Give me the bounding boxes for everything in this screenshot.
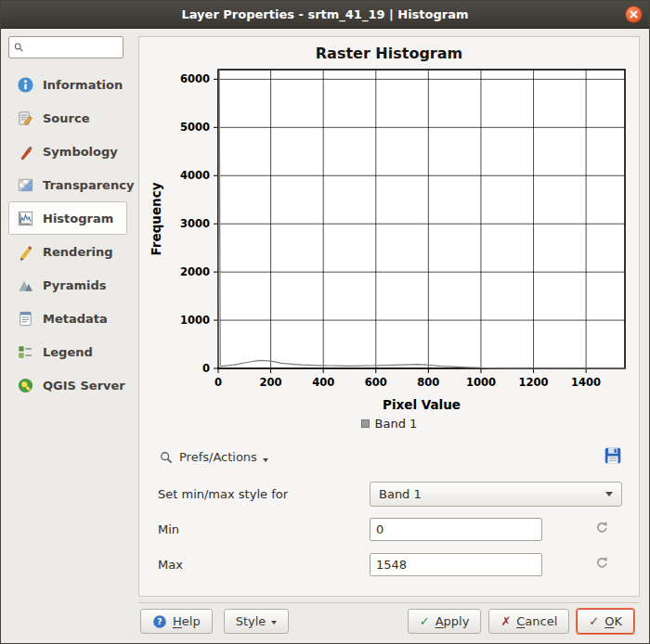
apply-button[interactable]: ✓ Apply	[408, 609, 482, 634]
min-input[interactable]	[370, 518, 542, 541]
legend-icon	[15, 342, 35, 361]
sidebar-item-transparency[interactable]: Transparency	[8, 168, 127, 201]
main-panel: Raster Histogram 02004006008001000120014…	[131, 29, 649, 643]
max-label: Max	[158, 558, 370, 572]
magnifier-icon	[159, 450, 174, 465]
svg-text:0: 0	[202, 362, 210, 375]
svg-text:4000: 4000	[180, 169, 210, 182]
svg-text:Pixel Value: Pixel Value	[383, 397, 461, 412]
style-button[interactable]: Style	[224, 609, 290, 634]
band-select[interactable]: Band 1	[370, 482, 622, 507]
svg-text:400: 400	[312, 376, 334, 389]
pyramids-icon	[15, 276, 35, 294]
svg-text:1000: 1000	[466, 376, 496, 389]
sidebar-item-metadata[interactable]: Metadata	[8, 302, 127, 335]
sidebar-item-histogram[interactable]: Histogram	[8, 201, 127, 235]
chart-title: Raster Histogram	[143, 45, 635, 62]
prefs-actions-button[interactable]: Prefs/Actions	[150, 446, 277, 469]
chart-legend: Band 1	[143, 417, 635, 431]
sidebar-nav: Information Source Symbology	[8, 68, 127, 402]
sidebar-item-qgis-server[interactable]: QGIS Server	[8, 368, 127, 402]
set-minmax-label: Set min/max style for	[158, 487, 370, 501]
help-icon: ?	[152, 614, 167, 629]
svg-text:200: 200	[260, 376, 282, 389]
search-input[interactable]	[24, 40, 119, 55]
min-label: Min	[158, 522, 370, 536]
close-button[interactable]	[625, 6, 643, 23]
window-title: Layer Properties - srtm_41_19 | Histogra…	[181, 7, 468, 21]
sidebar-item-symbology[interactable]: Symbology	[8, 135, 127, 168]
close-icon	[629, 9, 639, 19]
svg-text:0: 0	[214, 376, 222, 389]
svg-text:3000: 3000	[180, 217, 210, 230]
save-histogram-button[interactable]	[600, 443, 626, 471]
svg-text:600: 600	[365, 376, 387, 389]
layer-properties-dialog: Layer Properties - srtm_41_19 | Histogra…	[0, 0, 650, 644]
sidebar-item-legend[interactable]: Legend	[8, 335, 127, 368]
svg-text:1400: 1400	[571, 376, 601, 389]
dialog-button-box: ? Help Style ✓ Apply ✗ Cancel	[138, 602, 640, 643]
search-box	[8, 36, 124, 58]
refresh-min-button[interactable]	[592, 517, 613, 541]
refresh-icon	[594, 520, 610, 535]
chevron-down-icon	[271, 621, 277, 625]
sidebar-item-pyramids[interactable]: Pyramids	[8, 268, 127, 302]
legend-label: Band 1	[375, 417, 418, 431]
legend-swatch	[361, 419, 370, 428]
svg-text:5000: 5000	[180, 121, 210, 134]
refresh-max-button[interactable]	[592, 552, 613, 576]
symbology-icon	[15, 142, 35, 161]
transparency-icon	[15, 175, 35, 194]
rendering-icon	[15, 242, 35, 261]
sidebar-item-source[interactable]: Source	[8, 101, 127, 135]
titlebar[interactable]: Layer Properties - srtm_41_19 | Histogra…	[1, 1, 649, 29]
svg-text:6000: 6000	[180, 72, 210, 85]
svg-text:Frequency: Frequency	[149, 182, 163, 255]
refresh-icon	[594, 555, 610, 571]
svg-text:1200: 1200	[519, 376, 549, 389]
svg-text:1000: 1000	[180, 314, 210, 327]
save-icon	[603, 445, 623, 466]
max-input[interactable]	[370, 553, 542, 576]
cross-icon: ✗	[500, 614, 511, 628]
histogram-page: Raster Histogram 02004006008001000120014…	[138, 36, 640, 597]
sidebar: Information Source Symbology	[1, 29, 131, 643]
check-icon: ✓	[420, 614, 430, 628]
svg-text:800: 800	[417, 376, 439, 389]
qgis-server-icon	[15, 376, 35, 394]
histogram-icon	[15, 209, 35, 227]
svg-text:?: ?	[157, 616, 162, 626]
histogram-chart[interactable]: 0200400600800100012001400010002000300040…	[146, 62, 632, 417]
sidebar-item-rendering[interactable]: Rendering	[8, 235, 127, 268]
check-icon: ✓	[589, 614, 599, 628]
chevron-down-icon	[263, 458, 268, 462]
ok-button[interactable]: ✓ OK	[577, 609, 634, 634]
help-button[interactable]: ? Help	[140, 609, 213, 634]
sidebar-item-information[interactable]: Information	[8, 68, 127, 101]
source-icon	[15, 109, 35, 127]
svg-text:2000: 2000	[180, 265, 210, 278]
metadata-icon	[15, 309, 35, 328]
chevron-down-icon	[605, 492, 613, 496]
cancel-button[interactable]: ✗ Cancel	[488, 609, 569, 634]
information-icon	[15, 75, 35, 94]
search-icon	[13, 41, 24, 54]
